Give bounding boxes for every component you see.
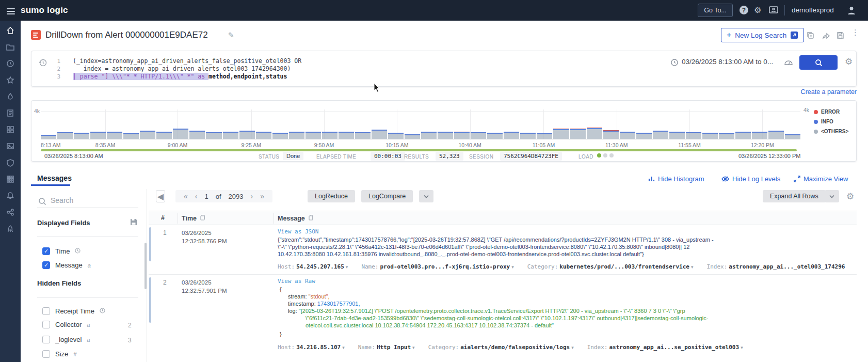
histogram-bar[interactable] — [686, 132, 701, 139]
histogram-bar[interactable] — [487, 133, 503, 139]
media-icon[interactable] — [6, 141, 15, 151]
meta-name[interactable]: Name:Http Input▾ — [358, 344, 415, 351]
column-header-num[interactable]: # — [161, 214, 165, 222]
histogram-bar[interactable] — [339, 132, 354, 139]
search-history-icon[interactable] — [39, 58, 47, 69]
column-header-message[interactable]: Message — [278, 214, 314, 222]
field-row-loglevel[interactable]: _loglevel a — [42, 336, 90, 343]
histogram-bar[interactable] — [785, 134, 800, 139]
histogram-bar[interactable] — [454, 132, 470, 139]
histogram-bar[interactable] — [322, 132, 337, 139]
hide-histogram-link[interactable]: Hide Histogram — [648, 175, 704, 183]
field-row-message[interactable]: ✓ Message a — [42, 261, 91, 269]
go-to-button[interactable]: Go To... — [698, 4, 733, 17]
expand-dropdown-button[interactable] — [825, 190, 839, 202]
histogram-bar[interactable] — [306, 132, 321, 139]
droplet-icon[interactable] — [6, 92, 15, 101]
save-fields-icon[interactable] — [130, 218, 137, 228]
rocket-icon[interactable] — [6, 224, 15, 233]
histogram-bar[interactable] — [123, 133, 139, 139]
meta-host[interactable]: Host:34.216.85.107▾ — [278, 344, 345, 351]
time-range-selector[interactable]: 03/26/2025 8:13:00 AM to 0... — [682, 58, 773, 66]
histogram-bar[interactable] — [289, 132, 304, 139]
security-shield-icon[interactable] — [6, 158, 15, 167]
histogram-bar[interactable] — [587, 128, 602, 139]
account-name[interactable]: demoflexprod — [792, 6, 834, 14]
table-settings-gear-icon[interactable]: ⚙ — [846, 191, 854, 202]
meta-host[interactable]: Host:54.245.207.165▾ — [278, 263, 348, 270]
tab-messages[interactable]: Messages — [37, 174, 72, 182]
histogram-bar[interactable] — [272, 133, 288, 139]
legend-item-error[interactable]: ERROR — [814, 109, 840, 115]
meta-index[interactable]: Index:astronomy_app_ai...se_positive_ote… — [587, 344, 743, 351]
maximize-view-link[interactable]: Maximize View — [794, 175, 848, 183]
histogram-bar[interactable] — [752, 132, 767, 139]
size-checkbox[interactable] — [42, 350, 50, 358]
histogram-bar[interactable] — [669, 132, 685, 139]
folder-icon[interactable] — [6, 42, 15, 52]
prev-page-button[interactable]: ‹ — [195, 192, 198, 200]
query-line-1[interactable]: (_index=astronomy_app_ai_driven_alerts_f… — [73, 57, 301, 65]
histogram-bar[interactable] — [41, 135, 56, 139]
legend-item-info[interactable]: INFO — [814, 119, 833, 124]
histogram-bar[interactable] — [173, 129, 188, 139]
message-checkbox[interactable]: ✓ — [42, 261, 50, 269]
histogram-bar[interactable] — [735, 132, 751, 139]
histogram-bar[interactable] — [504, 132, 519, 139]
histogram-bar[interactable] — [90, 132, 106, 139]
histogram-bar[interactable] — [57, 132, 73, 139]
meta-category[interactable]: Category:kubernetes/prod/...003/frontend… — [527, 263, 694, 270]
home-icon[interactable] — [6, 26, 15, 35]
edit-title-pencil-icon[interactable]: ✎ — [228, 31, 234, 39]
field-row-size[interactable]: Size # — [42, 350, 76, 358]
query-line-2[interactable]: _index = astronomy_app_ai_driven_alerts_… — [73, 65, 291, 73]
histogram-bar[interactable] — [256, 132, 271, 139]
histogram-bar[interactable] — [438, 132, 453, 139]
histogram-bar[interactable] — [372, 130, 387, 139]
logcompare-button[interactable]: LogCompare — [361, 190, 413, 202]
histogram-bar[interactable] — [570, 129, 586, 139]
histogram-bar[interactable] — [520, 133, 536, 139]
run-search-button[interactable] — [799, 55, 838, 70]
histogram-bar[interactable] — [653, 131, 668, 139]
more-options-kebab-icon[interactable]: ⋮​ — [851, 31, 859, 36]
histogram-bar[interactable] — [107, 132, 122, 139]
copy-column-icon[interactable] — [308, 214, 314, 222]
query-settings-gear-icon[interactable]: ⚙ — [845, 56, 853, 67]
first-page-button[interactable]: « — [184, 192, 188, 200]
last-page-button[interactable]: » — [260, 192, 264, 200]
histogram-bar[interactable] — [206, 132, 221, 139]
new-log-search-button[interactable]: + New Log Search — [721, 28, 804, 42]
meta-name[interactable]: Name:prod-otel003.pro...f-xj6rq.istio-pr… — [361, 263, 513, 270]
create-parameter-link[interactable]: Create a parameter — [801, 88, 857, 96]
expand-all-rows-button[interactable]: Expand All Rows — [763, 190, 826, 202]
field-row-collector[interactable]: Collector a — [42, 321, 90, 328]
user-avatar-icon[interactable] — [846, 5, 857, 18]
histogram-bar[interactable] — [421, 132, 437, 139]
histogram-bar[interactable] — [537, 133, 552, 139]
share-icon[interactable] — [822, 31, 830, 42]
histogram-bar[interactable] — [156, 132, 172, 139]
histogram-bar[interactable] — [553, 129, 569, 139]
histogram-bar[interactable] — [405, 134, 420, 139]
copy-column-icon[interactable] — [200, 214, 205, 222]
histogram-bar[interactable] — [355, 132, 371, 139]
histogram-bar[interactable] — [388, 133, 404, 139]
collector-checkbox[interactable] — [42, 321, 50, 328]
fields-search-input[interactable] — [51, 196, 128, 204]
copy-search-icon[interactable] — [806, 31, 815, 42]
hide-log-levels-link[interactable]: Hide Log Levels — [721, 175, 780, 183]
settings-gear-icon[interactable]: ⚙ — [754, 5, 761, 15]
receipt-time-checkbox[interactable] — [42, 307, 50, 315]
current-page[interactable]: 1 — [204, 193, 208, 200]
histogram-bar[interactable] — [719, 133, 734, 139]
logreduce-button[interactable]: LogReduce — [308, 190, 355, 202]
view-as-raw-link[interactable]: View as Raw — [278, 278, 315, 285]
view-as-json-link[interactable]: View as JSON — [278, 228, 318, 235]
alerts-bell-icon[interactable] — [6, 191, 15, 200]
hamburger-menu-icon[interactable] — [7, 7, 15, 16]
histogram-bar[interactable] — [189, 131, 205, 139]
histogram-bar[interactable] — [471, 132, 486, 139]
histogram-bar[interactable] — [620, 132, 635, 139]
gauge-icon[interactable] — [784, 58, 793, 69]
